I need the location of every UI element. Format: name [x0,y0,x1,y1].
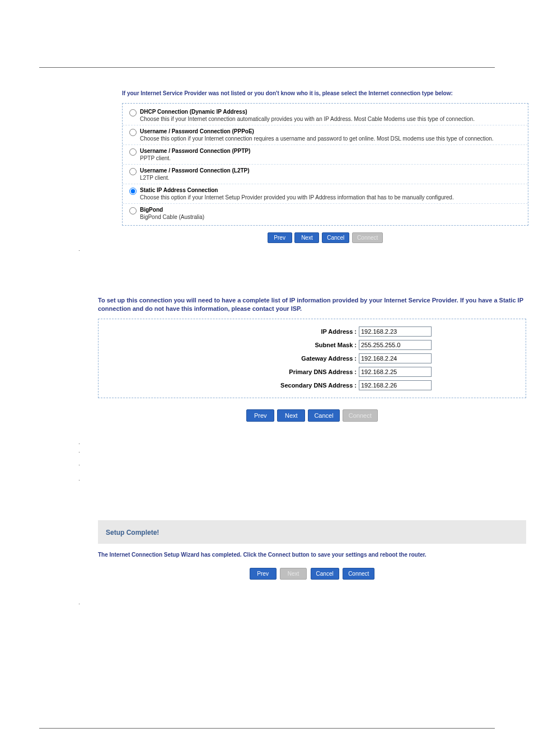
setup-complete-text: The Internet Connection Setup Wizard has… [98,552,526,558]
setup-complete-bar: Setup Complete! [98,520,526,544]
section2-button-row: Prev Next Cancel Connect [98,409,526,422]
form-input[interactable] [359,367,432,377]
connection-radio[interactable] [129,207,137,214]
static-ip-form: IP Address :Subnet Mask :Gateway Address… [98,319,526,398]
cancel-button[interactable]: Cancel [308,409,339,422]
connection-option[interactable]: DHCP Connection (Dynamic IP Address)Choo… [123,106,528,125]
connection-option-title: DHCP Connection (Dynamic IP Address) [140,108,523,115]
connect-button: Connect [352,232,383,243]
connection-radio[interactable] [129,148,137,156]
next-button[interactable]: Next [294,232,319,243]
connection-option-title: Username / Password Connection (L2TP) [140,167,523,174]
connection-radio[interactable] [129,129,137,136]
prev-button[interactable]: Prev [250,568,277,580]
divider-bottom [39,728,495,729]
connection-option-desc: Choose this option if your Internet conn… [140,135,523,142]
cancel-button[interactable]: Cancel [311,568,339,580]
section1-title: If your Internet Service Provider was no… [122,90,528,96]
form-row: IP Address : [99,325,474,338]
connection-option-title: BigPond [140,206,523,213]
bullet-group-2 [84,442,534,453]
connection-radio[interactable] [129,168,137,175]
form-row: Gateway Address : [99,352,474,365]
bullet-item [84,249,534,251]
connection-option[interactable]: Username / Password Connection (PPPoE)Ch… [123,125,528,144]
next-button: Next [280,568,307,580]
divider-top [39,67,495,68]
connection-option-title: Username / Password Connection (PPPoE) [140,128,523,135]
options-box: DHCP Connection (Dynamic IP Address)Choo… [122,103,528,226]
connection-radio[interactable] [129,109,137,116]
bullet-item [84,602,534,605]
form-row: Primary DNS Address : [99,365,474,379]
bullet-item [84,442,534,445]
bullet-item [84,463,534,466]
form-row: Secondary DNS Address : [99,379,474,392]
connection-option-desc: BigPond Cable (Australia) [140,213,523,221]
connection-option-desc: Choose this if your Internet connection … [140,115,523,123]
section1-button-row: Prev Next Cancel Connect [122,232,528,243]
form-label: Gateway Address : [99,355,359,362]
bullet-group-3 [84,463,534,466]
connection-option[interactable]: Username / Password Connection (PPTP)PPT… [123,144,528,164]
form-label: IP Address : [99,328,359,335]
bullet-group-4 [84,478,534,481]
form-input[interactable] [359,380,432,390]
bullet-item [84,478,534,481]
form-input[interactable] [359,326,432,337]
prev-button[interactable]: Prev [246,409,274,422]
connect-button: Connect [343,409,378,422]
connection-type-section: If your Internet Service Provider was no… [122,90,528,243]
form-label: Subnet Mask : [99,342,359,348]
connection-option-title: Static IP Address Connection [140,186,523,194]
setup-complete-section: Setup Complete! The Internet Connection … [98,520,526,580]
next-button[interactable]: Next [277,409,305,422]
connection-option[interactable]: Static IP Address ConnectionChoose this … [123,184,528,203]
bullet-item [84,450,534,453]
connection-option[interactable]: BigPondBigPond Cable (Australia) [123,203,528,223]
connect-button[interactable]: Connect [343,568,374,580]
form-input[interactable] [359,353,432,363]
connection-option-title: Username / Password Connection (PPTP) [140,147,523,155]
form-row: Subnet Mask : [99,338,474,352]
connection-option[interactable]: Username / Password Connection (L2TP)L2T… [123,164,528,184]
setup-complete-title: Setup Complete! [106,529,159,536]
form-input[interactable] [359,340,432,350]
connection-option-desc: Choose this option if your Internet Setu… [140,194,523,201]
section3-button-row: Prev Next Cancel Connect [98,568,526,580]
form-label: Secondary DNS Address : [99,382,359,389]
bullet-group-5 [84,602,534,605]
form-label: Primary DNS Address : [99,368,359,375]
connection-option-desc: L2TP client. [140,174,523,181]
cancel-button[interactable]: Cancel [322,232,349,243]
static-ip-section: To set up this connection you will need … [98,296,528,422]
connection-radio[interactable] [129,188,137,195]
bullet-group-1 [84,249,534,251]
section2-title: To set up this connection you will need … [98,296,528,313]
connection-option-desc: PPTP client. [140,155,523,162]
prev-button[interactable]: Prev [268,232,292,243]
